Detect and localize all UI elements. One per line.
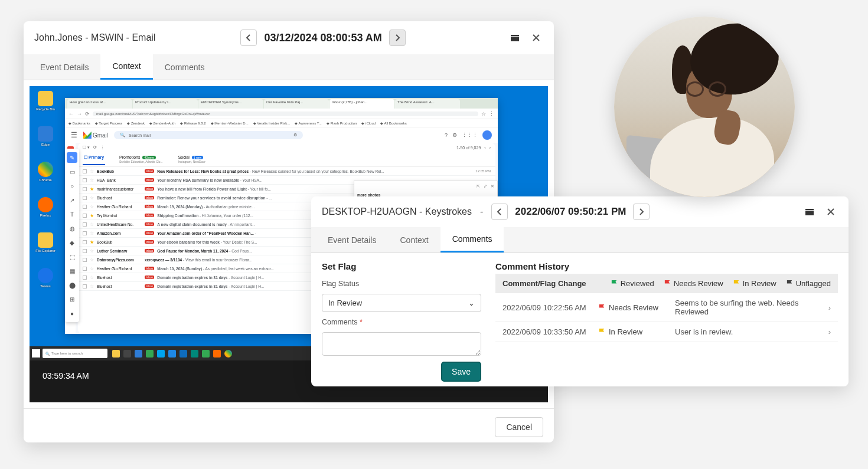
bookmark-item: ◆ All Bookmarks [380, 121, 407, 125]
desktop-icon: File Explorer [34, 232, 57, 257]
search-icon: 🔍 [120, 133, 125, 137]
browser-tab-strip: How grief and loss af...Product Updates … [65, 98, 498, 109]
modal-title: John.Jones - MSWIN - Email [34, 32, 155, 43]
pencil-icon[interactable]: ✎ [67, 152, 77, 163]
circle-icon[interactable]: ○ [67, 181, 77, 191]
history-row[interactable]: 2022/06/09 10:22:56 AMNeeds ReviewSeems … [495, 293, 838, 322]
event-timestamp: 2022/06/07 09:50:21 PM [515, 206, 626, 218]
bookmark-item: ◆ Bookmarks [68, 121, 90, 125]
avatar [482, 130, 492, 140]
prev-button[interactable] [491, 204, 508, 220]
modal-header: John.Jones - MSWIN - Email 03/12/2024 08… [24, 21, 554, 54]
text-icon[interactable]: T [67, 209, 77, 219]
bookmark-item: ◆ Release 9.3.2 [180, 121, 206, 125]
tab-comments[interactable]: Comments [440, 227, 504, 252]
arrow-icon[interactable]: ↗ [67, 195, 77, 205]
start-icon [32, 349, 40, 358]
desktop-icon: Edge [34, 126, 57, 151]
back-icon: ← [68, 111, 74, 117]
email-row: ☆BookBubInboxNew Releases for Less: New … [78, 167, 495, 176]
modal-title: DESKTOP-H2UAOGN - Keystrokes [322, 206, 472, 217]
event-timestamp: 03/12/2024 08:00:53 AM [264, 32, 381, 44]
bookmark-item: ◆ Zendesk [127, 121, 145, 125]
desktop-icon: Chrome [34, 162, 57, 186]
gmail-search: 🔍 Search mail ⚙ [114, 131, 303, 139]
minimize-icon[interactable] [802, 205, 817, 219]
comments-label: Comments * [322, 318, 481, 326]
bookmark-item: ◆ Flash Production [327, 121, 357, 125]
reload-icon: ⟳ [85, 111, 90, 117]
bookmark-item: ◆ Target Process [95, 121, 123, 125]
tool-icon[interactable]: ● [67, 308, 77, 319]
comments-textarea[interactable] [322, 332, 481, 356]
browser-url-bar: ← → ⟳ mail.google.com/mail/u/0/?tab=rm&o… [65, 109, 498, 119]
svg-rect-3 [805, 209, 814, 210]
tab-context[interactable]: Context [388, 227, 440, 252]
chevron-down-icon: ⌄ [468, 299, 475, 307]
modal-footer: Cancel [24, 408, 554, 445]
browser-tab: How grief and loss af... [67, 99, 132, 109]
next-button[interactable] [633, 204, 650, 220]
svg-rect-0 [511, 37, 519, 41]
flag-icon [733, 280, 740, 287]
gmail-categories: ☐ Primary Promotions 43 newScribble Educ… [78, 152, 495, 167]
set-flag-title: Set Flag [322, 261, 481, 271]
history-header: Comment/Flag Change Reviewed Needs Revie… [495, 274, 838, 293]
desktop-icon: Recycle Bin [34, 91, 57, 116]
browser-tab: The Blind Assassin: A... [395, 99, 460, 109]
bookmark-item: ◆ Veralis Insider Risk... [253, 121, 291, 125]
flag-status-select[interactable]: In Review ⌄ [322, 294, 481, 312]
history-row[interactable]: 2022/06/09 10:33:50 AMIn ReviewUser is i… [495, 322, 838, 342]
tool-icon[interactable]: ⬤ [67, 280, 77, 290]
tab-event-details[interactable]: Event Details [316, 227, 388, 252]
comments-body: Set Flag Flag Status In Review ⌄ Comment… [311, 253, 849, 390]
minimize-icon[interactable] [508, 31, 522, 45]
close-icon[interactable] [529, 31, 543, 45]
next-button[interactable] [389, 29, 406, 46]
browser-tab: Product Updates by t... [133, 99, 198, 109]
url-field: mail.google.com/mail/u/0/?tab=rm&ogbl#in… [93, 111, 478, 116]
keystrokes-comments-modal: DESKTOP-H2UAOGN - Keystrokes - 2022/06/0… [311, 196, 849, 386]
bookmark-item: ◆ Merriam-Webster D... [211, 121, 249, 125]
bookmark-item: ◆ Zendesk-Auth [149, 121, 175, 125]
blur-icon[interactable]: ◍ [67, 223, 77, 234]
modal-header: DESKTOP-H2UAOGN - Keystrokes - 2022/06/0… [311, 196, 849, 227]
browser-tab: Inbox (2,785) - johan... [329, 99, 394, 109]
rect-icon[interactable]: ▭ [67, 166, 77, 177]
history-title: Comment History [495, 261, 838, 271]
browser-tab: EPICENTER Synonyms... [198, 99, 263, 109]
flag-icon [611, 280, 618, 287]
flag-status-label: Flag Status [322, 280, 481, 288]
set-flag-panel: Set Flag Flag Status In Review ⌄ Comment… [322, 261, 481, 382]
svg-rect-2 [805, 211, 814, 215]
bookmark-item: ◆ Awareness T... [295, 121, 321, 125]
desktop-icon: Firefox [34, 197, 57, 222]
tab-event-details[interactable]: Event Details [28, 54, 100, 80]
gmail-logo: Gmail [83, 131, 108, 139]
svg-rect-1 [511, 35, 519, 36]
save-button[interactable]: Save [441, 362, 481, 382]
tab-comments[interactable]: Comments [153, 54, 217, 80]
flag-icon [664, 280, 671, 287]
bookmarks-bar: ◆ Bookmarks◆ Target Process◆ Zendesk◆ Ze… [65, 119, 498, 127]
close-icon[interactable] [824, 205, 838, 219]
modal-tabs: Event Details Context Comments [24, 54, 554, 80]
annotation-toolbar: ✎ ▭ ○ ↗ T ◍ ◆ ⬚ ▦ ⬤ ⊞ ● [65, 149, 79, 322]
gmail-header: ☰ Gmail 🔍 Search mail ⚙ ?⚙⋮⋮⋮ [65, 127, 498, 143]
comment-history-panel: Comment History Comment/Flag Change Revi… [495, 261, 838, 382]
bookmark-item: ◆ iCloud [361, 121, 376, 125]
tab-context[interactable]: Context [100, 54, 152, 80]
browser-tab: Our Favorite Kids Paj... [264, 99, 329, 109]
tool-icon[interactable]: ▦ [67, 265, 77, 276]
prev-button[interactable] [240, 29, 257, 46]
forward-icon: → [77, 111, 82, 117]
tool-icon[interactable]: ⊞ [67, 294, 77, 304]
modal-tabs: Event Details Context Comments [311, 227, 849, 253]
tool-icon[interactable]: ◆ [67, 237, 77, 248]
playback-time: 03:59:34 AM [43, 371, 89, 381]
tool-icon[interactable]: ⬚ [67, 251, 77, 262]
history-rows: 2022/06/09 10:22:56 AMNeeds ReviewSeems … [495, 293, 838, 342]
taskbar-search: 🔍Type here to search [43, 349, 107, 358]
cancel-button[interactable]: Cancel [495, 417, 543, 437]
user-photo [614, 17, 795, 197]
